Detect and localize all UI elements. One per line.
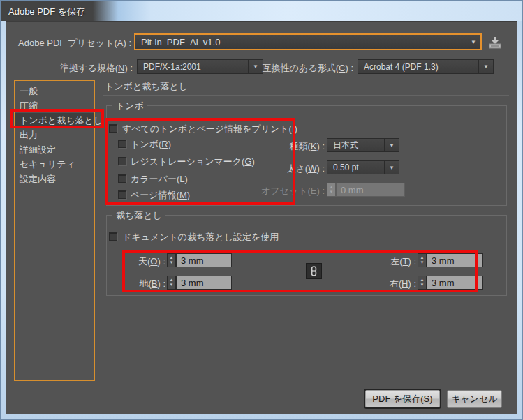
bleed-group-legend: 裁ち落とし <box>112 209 165 222</box>
checkbox-use-document-bleed[interactable] <box>109 232 117 241</box>
checkbox-trim-marks-label: トンボ(R) <box>131 138 171 151</box>
preset-select-value: Pit-in_PDF_Ai_v1.0 <box>141 37 220 47</box>
chevron-down-icon[interactable]: ▼ <box>466 35 480 49</box>
bleed-left-stepper[interactable]: ▲▼ 3 mm <box>418 253 483 267</box>
checkbox-registration-marks-label: レジストレーションマーク(G) <box>131 156 255 168</box>
compatibility-select-value: Acrobat 4 (PDF 1.3) <box>364 62 439 72</box>
sidebar-item-output[interactable]: 出力 <box>15 128 94 142</box>
bleed-right-label: 右(H) : <box>360 278 416 290</box>
preset-select-inner: Pit-in_PDF_Ai_v1.0 ▼ <box>135 35 480 49</box>
panel-title-divider <box>103 95 509 96</box>
offset-value: 0 mm <box>336 183 405 197</box>
checkbox-print-all-marks-label: すべてのトンボとページ情報をプリント(I) <box>122 123 297 135</box>
bleed-right-stepper[interactable]: ▲▼ 3 mm <box>418 276 483 290</box>
stepper-arrows-icon[interactable]: ▲▼ <box>167 276 176 290</box>
chevron-down-icon[interactable]: ▼ <box>478 60 493 73</box>
cancel-button[interactable]: キャンセル <box>447 390 502 408</box>
sidebar-item-summary[interactable]: 設定内容 <box>15 172 94 186</box>
preset-select[interactable]: Pit-in_PDF_Ai_v1.0 ▼ <box>134 33 482 50</box>
printer-mark-type-label: 種類(K) : <box>255 140 325 153</box>
sidebar-item-advanced[interactable]: 詳細設定 <box>15 142 94 157</box>
chevron-down-icon[interactable]: ▼ <box>384 139 399 151</box>
settings-category-list: 一般 圧縮 トンボと裁ち落とし 出力 詳細設定 セキュリティ 設定内容 <box>14 80 95 381</box>
window-title: Adobe PDF を保存 <box>8 6 85 18</box>
sidebar-item-marks-and-bleeds[interactable]: トンボと裁ち落とし <box>15 113 94 128</box>
stepper-arrows-icon[interactable]: ▲▼ <box>167 253 176 267</box>
offset-label: オフセット(E) : <box>255 185 325 197</box>
checkbox-print-all-marks[interactable] <box>109 124 117 133</box>
bleed-top-label: 天(O) : <box>110 255 165 268</box>
standard-select-value: PDF/X-1a:2001 <box>143 62 201 72</box>
save-preset-button[interactable] <box>487 35 503 50</box>
bleed-bottom-value[interactable]: 3 mm <box>176 276 232 290</box>
offset-stepper: ▲▼ 0 mm <box>327 183 405 197</box>
bleed-left-value[interactable]: 3 mm <box>427 253 483 267</box>
sidebar-item-general[interactable]: 一般 <box>15 84 94 98</box>
checkbox-trim-marks[interactable] <box>118 140 126 148</box>
printer-mark-type-select[interactable]: 日本式 ▼ <box>327 138 399 152</box>
title-bar[interactable]: Adobe PDF を保存 <box>1 1 522 21</box>
compatibility-select[interactable]: Acrobat 4 (PDF 1.3) ▼ <box>358 59 494 74</box>
trim-mark-weight-value: 0.50 pt <box>333 163 359 172</box>
trim-mark-weight-select[interactable]: 0.50 pt ▼ <box>327 160 399 174</box>
printer-mark-type-value: 日本式 <box>333 140 358 151</box>
bleed-left-label: 左(T) : <box>360 255 416 268</box>
checkbox-registration-marks[interactable] <box>118 157 126 165</box>
compatibility-label: 互換性のある形式(C) : <box>254 62 353 75</box>
marks-group-legend: トンボ <box>112 100 147 112</box>
sidebar-item-security[interactable]: セキュリティ <box>15 157 94 172</box>
checkbox-color-bars[interactable] <box>118 174 126 183</box>
save-pdf-button[interactable]: PDF を保存(S) <box>365 390 440 407</box>
save-adobe-pdf-dialog: Adobe PDF を保存 Adobe PDF プリセット(A) : Pit-i… <box>0 0 523 420</box>
standard-select[interactable]: PDF/X-1a:2001 ▼ <box>137 59 263 74</box>
stepper-arrows-icon: ▲▼ <box>327 183 336 197</box>
checkbox-page-information-label: ページ情報(M) <box>131 189 190 202</box>
chevron-down-icon[interactable]: ▼ <box>384 161 399 174</box>
stepper-arrows-icon[interactable]: ▲▼ <box>418 276 427 290</box>
checkbox-page-information[interactable] <box>118 190 126 199</box>
panel-title: トンボと裁ち落とし <box>105 80 188 93</box>
bleed-top-value[interactable]: 3 mm <box>176 253 232 267</box>
trim-mark-weight-label: 太さ(W) : <box>255 163 325 175</box>
bleed-top-stepper[interactable]: ▲▼ 3 mm <box>167 253 232 267</box>
bleed-right-value[interactable]: 3 mm <box>427 276 483 290</box>
dialog-body: Adobe PDF プリセット(A) : Pit-in_PDF_Ai_v1.0 … <box>6 21 517 414</box>
checkbox-use-document-bleed-label: ドキュメントの裁ち落とし設定を使用 <box>122 231 279 243</box>
standard-label: 準拠する規格(N) : <box>20 62 133 75</box>
bleed-bottom-stepper[interactable]: ▲▼ 3 mm <box>167 276 232 290</box>
preset-label: Adobe PDF プリセット(A) : <box>11 37 131 50</box>
bleed-bottom-label: 地(B) : <box>110 278 165 290</box>
stepper-arrows-icon[interactable]: ▲▼ <box>418 253 427 267</box>
link-bleed-values-button[interactable] <box>306 263 322 279</box>
sidebar-item-compression[interactable]: 圧縮 <box>15 98 94 113</box>
chain-link-icon <box>310 266 318 276</box>
checkbox-color-bars-label: カラーバー(L) <box>131 173 188 186</box>
save-preset-icon <box>488 36 502 49</box>
